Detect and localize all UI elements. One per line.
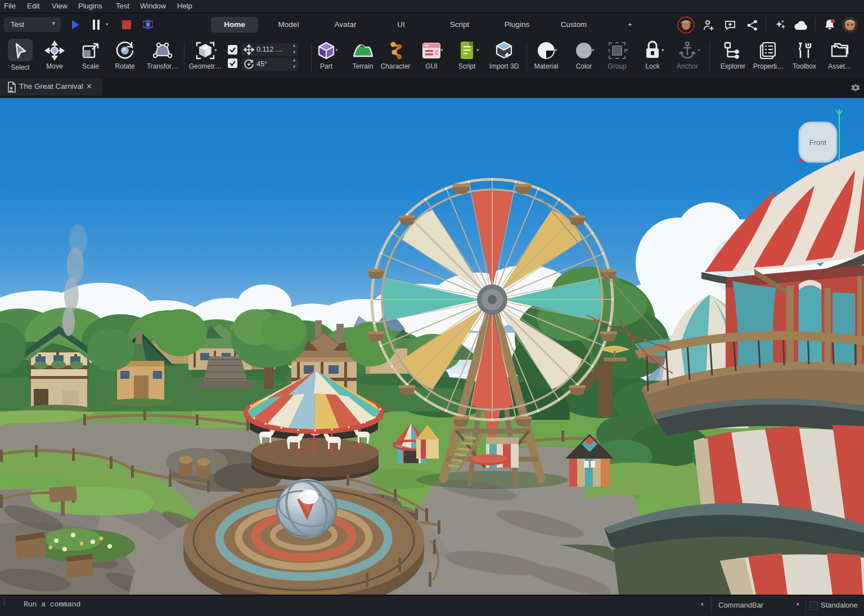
svg-text:Front: Front [809,138,827,147]
